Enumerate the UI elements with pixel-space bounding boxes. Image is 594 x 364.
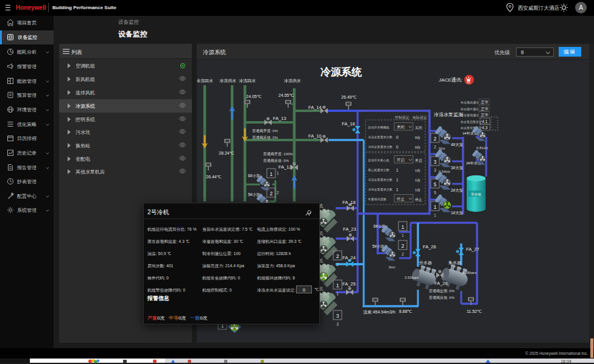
svg-text:补水箱: 补水箱: [471, 192, 481, 196]
svg-text:2#大泵: 2#大泵: [451, 188, 464, 192]
svg-text:1: 1: [434, 204, 437, 210]
svg-text:FA_18: FA_18: [342, 200, 356, 205]
svg-text:1: 1: [401, 233, 404, 237]
svg-text:3: 3: [336, 313, 339, 319]
svg-text:冷冻水泵需求台数: 冷冻水泵需求台数: [368, 135, 392, 139]
svg-text:2: 2: [434, 136, 437, 142]
svg-text:1: 1: [434, 213, 436, 217]
svg-text:分水器: 分水器: [419, 261, 432, 265]
svg-text:6#小泵: 6#小泵: [248, 173, 261, 178]
svg-text:0: 0: [396, 135, 398, 139]
svg-text:1: 1: [270, 171, 273, 177]
svg-text:FA_13: FA_13: [273, 116, 286, 121]
svg-text:1台: 1台: [415, 169, 420, 173]
svg-text:1#大泵: 1#大泵: [451, 211, 464, 215]
svg-text:26.49℃: 26.49℃: [341, 95, 357, 99]
svg-text:8.88℃: 8.88℃: [399, 309, 412, 313]
svg-text:4#大泵: 4#大泵: [451, 142, 464, 147]
svg-text:冬夏模式切换: 冬夏模式切换: [368, 197, 387, 201]
svg-text:补水箱高液位: 补水箱高液位: [461, 100, 479, 105]
svg-text:1台: 1台: [415, 188, 420, 192]
svg-text:正常: 正常: [481, 100, 489, 104]
svg-text:补水泵启泵设定: 补水泵启泵设定: [461, 120, 482, 124]
svg-text:2: 2: [336, 253, 339, 259]
svg-text:1: 1: [396, 187, 398, 192]
svg-text:0台: 0台: [415, 145, 420, 150]
svg-text:冷冻水泵监测: 冷冻水泵监测: [434, 112, 463, 117]
svg-text:28.24℃: 28.24℃: [219, 151, 235, 155]
svg-text:0.81Hz: 0.81Hz: [476, 146, 488, 150]
svg-text:补水箱中液位: 补水箱中液位: [461, 107, 479, 111]
svg-text:FA_27: FA_27: [466, 247, 479, 252]
svg-text:旁通阀监测: 0%: 旁通阀监测: 0%: [429, 289, 455, 293]
svg-text:冷却水泵需求台数: 冷却水泵需求台数: [368, 187, 392, 191]
svg-text:JACE通讯:: JACE通讯:: [439, 77, 462, 83]
svg-text:FA_25: FA_25: [342, 281, 356, 287]
svg-text:FA_28: FA_28: [434, 281, 448, 286]
svg-text:2: 2: [434, 145, 436, 149]
svg-text:补水箱低液位: 补水箱低液位: [461, 113, 479, 117]
svg-text:3.93bars: 3.93bars: [405, 276, 419, 279]
svg-text:控制设定: 控制设定: [395, 115, 409, 120]
svg-text:冷冻供水: 冷冻供水: [219, 79, 236, 83]
svg-text:FA_23: FA_23: [343, 226, 356, 232]
svg-text:实际设定: 实际设定: [412, 115, 427, 120]
svg-text:开启: 开启: [397, 158, 405, 163]
svg-text:3#大泵: 3#大泵: [451, 166, 464, 170]
svg-text:冷源系统: 冷源系统: [320, 66, 362, 78]
svg-text:1: 1: [396, 178, 398, 182]
svg-text:冷冻回水: 冷冻回水: [197, 79, 213, 83]
svg-text:冷冻回水: 冷冻回水: [239, 79, 256, 83]
svg-text:24.05℃: 24.05℃: [246, 94, 262, 99]
svg-text:1: 1: [336, 282, 339, 289]
svg-text:旁通阀反馈: 0%: 旁通阀反馈: 0%: [252, 135, 278, 140]
svg-text:2: 2: [277, 191, 279, 195]
svg-text:5: 5: [434, 181, 437, 187]
svg-text:FA_26: FA_26: [423, 244, 436, 250]
svg-text:冷却水泵需求台数: 冷却水泵需求台数: [368, 145, 392, 149]
svg-text:3: 3: [434, 168, 436, 172]
svg-text:4.3: 4.3: [482, 125, 487, 130]
svg-text:1: 1: [401, 224, 405, 230]
svg-text:FA_14: FA_14: [308, 105, 322, 110]
svg-text:3: 3: [434, 159, 437, 165]
svg-text:旁通阀反馈: 0%: 旁通阀反馈: 0%: [263, 158, 289, 163]
svg-text:关闭: 关闭: [415, 125, 422, 130]
svg-text:冷冻供水: 冷冻供水: [284, 79, 301, 83]
svg-text:旁通阀反馈: 0%: 旁通阀反馈: 0%: [429, 295, 455, 300]
svg-text:停止: 停止: [397, 197, 405, 201]
svg-text:旁通阀开度: 0%: 旁通阀开度: 0%: [252, 128, 278, 133]
svg-text:0台: 0台: [415, 136, 420, 140]
svg-text:5#小泵: 5#小泵: [372, 244, 385, 248]
svg-text:1台: 1台: [415, 178, 420, 183]
svg-text:24.55℃: 24.55℃: [278, 93, 294, 97]
svg-text:5: 5: [434, 191, 436, 195]
svg-text:停止: 停止: [415, 198, 422, 202]
svg-text:2: 2: [401, 243, 405, 249]
svg-text:FA_16: FA_16: [342, 121, 355, 127]
svg-text:2: 2: [401, 252, 404, 256]
svg-text:集水器: 集水器: [448, 261, 461, 265]
svg-text:自动开关蝶阀机: 自动开关蝶阀机: [368, 125, 389, 130]
svg-text:1: 1: [336, 292, 339, 296]
svg-text:11.52℃: 11.52℃: [467, 309, 482, 313]
svg-text:旁通阀开度: 100%: 旁通阀开度: 100%: [263, 152, 293, 156]
svg-text:26.44℃: 26.44℃: [206, 175, 222, 179]
svg-text:FA_24: FA_24: [342, 255, 356, 261]
svg-text:1: 1: [277, 171, 279, 175]
svg-text:冷冻水泵需求台数: 冷冻水泵需求台数: [368, 178, 392, 181]
svg-text:正常: 正常: [481, 107, 489, 111]
svg-text:开启: 开启: [415, 158, 422, 163]
svg-text:0: 0: [396, 145, 398, 149]
svg-text:4.28bars: 4.28bars: [462, 271, 476, 275]
svg-text:3: 3: [336, 322, 339, 326]
svg-text:FA_12: FA_12: [278, 164, 292, 170]
svg-text:1: 1: [396, 168, 398, 172]
svg-text:2: 2: [270, 191, 273, 197]
svg-text:正常: 正常: [481, 113, 489, 117]
svg-text:4.1: 4.1: [482, 119, 487, 124]
svg-text:流量:454.94m3/h: 流量:454.94m3/h: [363, 310, 395, 315]
svg-text:关闭: 关闭: [397, 125, 405, 130]
svg-text:FA_10: FA_10: [308, 133, 322, 139]
svg-text:自动开关离心机: 自动开关离心机: [368, 158, 389, 162]
